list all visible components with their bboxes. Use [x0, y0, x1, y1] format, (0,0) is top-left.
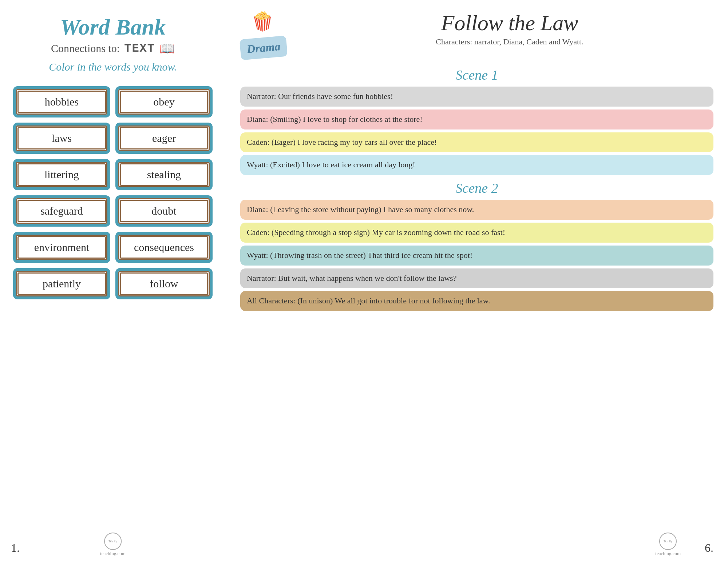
- word-card: eager: [117, 124, 211, 152]
- word-card: hobbies: [15, 88, 109, 116]
- word-grid: hobbiesobeylawseagerlitteringstealingsaf…: [11, 88, 215, 298]
- word-card: laws: [15, 124, 109, 152]
- word-card: environment: [15, 233, 109, 262]
- page-number-right: 6.: [705, 541, 713, 555]
- characters-line: Characters: narrator, Diana, Caden and W…: [306, 37, 713, 47]
- teaching-logo-right: Tch By teaching.com: [655, 533, 681, 557]
- word-card: obey: [117, 88, 211, 116]
- book-icon: 📖: [159, 41, 175, 56]
- word-card: littering: [15, 160, 109, 189]
- word-bank-title: Word Bank: [60, 15, 166, 39]
- dialogue-block: Diana: (Smiling) I love to shop for clot…: [240, 109, 713, 129]
- dialogue-block: Narrator: Our friends have some fun hobb…: [240, 87, 713, 107]
- dialogue-block: Caden: (Speeding through a stop sign) My…: [240, 223, 713, 243]
- word-card: doubt: [117, 197, 211, 225]
- right-panel: 🍿 Drama Follow the Law Characters: narra…: [226, 0, 728, 562]
- dialogue-block: Diana: (Leaving the store without paying…: [240, 200, 713, 220]
- drama-badge-area: 🍿 Drama: [240, 11, 298, 58]
- word-card: consequences: [117, 233, 211, 262]
- dialogue-container: Narrator: Our friends have some fun hobb…: [240, 87, 713, 314]
- dialogue-block: Caden: (Eager) I love racing my toy cars…: [240, 132, 713, 152]
- color-instruction: Color in the words you know.: [49, 61, 177, 73]
- dialogue-block: Narrator: But wait, what happens when we…: [240, 268, 713, 288]
- title-area: Follow the Law Characters: narrator, Dia…: [306, 11, 713, 47]
- logo-text-right: teaching.com: [655, 551, 681, 557]
- teaching-logo-left: Tch By teaching.com: [100, 533, 126, 557]
- word-card: safeguard: [15, 197, 109, 225]
- left-panel: Word Bank Connections to: TEXT 📖 Color i…: [0, 0, 226, 562]
- popcorn-icon: 🍿: [251, 11, 274, 32]
- dialogue-block: Wyatt: (Excited) I love to eat ice cream…: [240, 155, 713, 175]
- right-header: 🍿 Drama Follow the Law Characters: narra…: [240, 11, 713, 58]
- connections-line: Connections to: TEXT 📖: [51, 41, 175, 56]
- word-card: follow: [117, 270, 211, 298]
- word-card: patiently: [15, 270, 109, 298]
- scene2-title: Scene 2: [240, 180, 713, 196]
- connections-prefix: Connections to:: [51, 42, 120, 55]
- connections-text: TEXT: [124, 42, 155, 55]
- scene1-title: Scene 1: [240, 67, 713, 83]
- logo-text-left: teaching.com: [100, 551, 126, 557]
- follow-law-title: Follow the Law: [306, 11, 713, 35]
- dialogue-block: Wyatt: (Throwing trash on the street) Th…: [240, 246, 713, 266]
- page-number-left: 1.: [11, 541, 20, 555]
- dialogue-block: All Characters: (In unison) We all got i…: [240, 291, 713, 311]
- word-card: stealing: [117, 160, 211, 189]
- drama-badge: Drama: [240, 36, 288, 60]
